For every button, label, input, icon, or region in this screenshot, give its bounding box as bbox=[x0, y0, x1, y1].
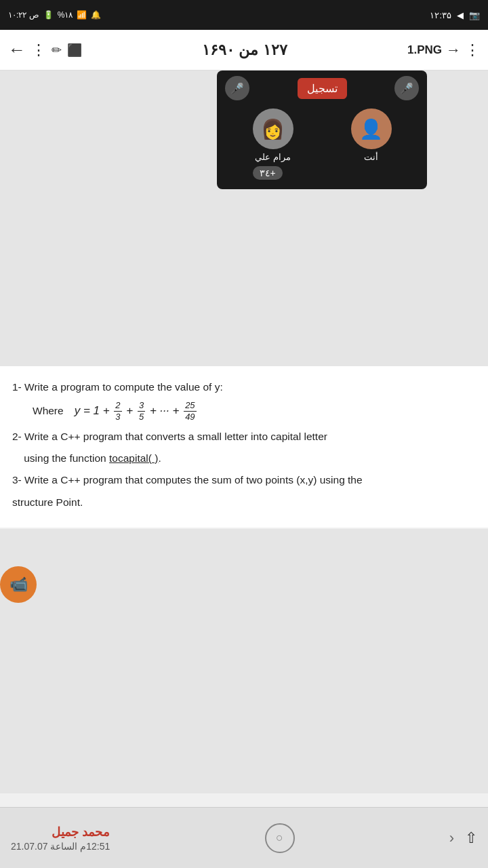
wifi-icon: 🔔 bbox=[91, 10, 101, 20]
bottom-bar: محمد جميل 12:51م الساعة 21.07.07 ○ › ⇧ bbox=[0, 807, 488, 868]
fraction-3: 25 49 bbox=[184, 400, 196, 422]
gray-bottom-area bbox=[0, 529, 488, 793]
forward-nav-button[interactable]: → bbox=[446, 41, 461, 59]
forward-button[interactable]: › bbox=[449, 829, 454, 847]
fraction-1-num: 2 bbox=[114, 400, 121, 412]
status-bar: ص ۱۰:۲۲ 🔋 %۱۸ 📶 🔔 ۱۲:۳۵ ◀ 📷 bbox=[0, 0, 488, 30]
crop-icon: ⬛ bbox=[67, 43, 82, 58]
bottom-left-info: محمد جميل 12:51م الساعة 21.07.07 bbox=[11, 825, 110, 852]
file-label: 1.PNG bbox=[407, 43, 442, 57]
problem-list: 1- Write a program to compute the value … bbox=[12, 378, 476, 511]
fraction-3-num: 25 bbox=[184, 400, 196, 412]
status-time-right: ۱۲:۳۵ bbox=[430, 10, 451, 20]
camera-status-icon: 📷 bbox=[469, 10, 480, 20]
nav-bar: ← ⋮ ✏ ⬛ ۱۲۷ من ۱۶۹۰ 1.PNG → ⋮ bbox=[0, 30, 488, 71]
menu-button[interactable]: ⋮ bbox=[31, 41, 46, 59]
formula-line: Where y = 1 + 2 3 + 3 5 + ··· + 25 49 bbox=[33, 400, 476, 422]
fraction-2-num: 3 bbox=[138, 400, 145, 412]
home-circle-button[interactable]: ○ bbox=[265, 823, 295, 853]
fraction-2: 3 5 bbox=[138, 400, 145, 422]
edit-icon[interactable]: ✏ bbox=[52, 43, 62, 58]
fraction-3-den: 49 bbox=[184, 412, 196, 422]
participants-count-badge: ٣٤+ bbox=[253, 166, 283, 180]
status-left: ص ۱۰:۲۲ 🔋 %۱۸ 📶 🔔 bbox=[8, 10, 101, 20]
signal-icon: 📶 bbox=[77, 10, 87, 20]
status-right: ۱۲:۳۵ ◀ 📷 bbox=[430, 10, 480, 20]
nav-arrow-icon: ◀ bbox=[457, 10, 464, 20]
where-label: Where bbox=[33, 402, 64, 420]
problem-3-line-1: 3- Write a C++ program that computes the… bbox=[12, 471, 476, 489]
fraction-2-den: 5 bbox=[138, 412, 145, 422]
page-counter: ۱۲۷ من ۱۶۹۰ bbox=[202, 41, 287, 59]
problem-2-line-2: using the function tocapital( ). bbox=[12, 450, 476, 467]
record-button[interactable]: تسجيل bbox=[298, 78, 347, 99]
participant-you: 👤 أنت bbox=[351, 108, 392, 180]
home-circle-icon: ○ bbox=[276, 831, 283, 845]
participant-name-maram: مرام علي bbox=[255, 152, 291, 162]
back-button[interactable]: ← bbox=[8, 39, 26, 60]
fraction-1: 2 3 bbox=[114, 400, 121, 422]
nav-left-group: ← ⋮ ✏ ⬛ bbox=[8, 39, 82, 60]
problem-2-prefix: using the function bbox=[12, 452, 109, 464]
battery-percent: %۱۸ bbox=[58, 10, 73, 20]
participant-avatar-maram: 👩 bbox=[253, 108, 293, 149]
participant-name-you: أنت bbox=[364, 152, 378, 162]
mute-mic-button[interactable]: 🎤 bbox=[225, 76, 249, 100]
problem-2-line-1: 2- Write a C++ program that converts a s… bbox=[12, 428, 476, 446]
share-button[interactable]: ⇧ bbox=[465, 829, 477, 847]
fraction-1-den: 3 bbox=[114, 412, 121, 422]
participant-avatar-you: 👤 bbox=[351, 108, 392, 149]
participants-row: 👩 مرام علي ٣٤+ 👤 أنت bbox=[217, 106, 427, 182]
camera-float-icon: 📹 bbox=[9, 576, 28, 593]
video-call-panel: 🎤 تسجيل 🎤 👩 مرام علي ٣٤+ 👤 أنت bbox=[217, 71, 427, 189]
problem-1-title: 1- Write a program to compute the value … bbox=[12, 378, 476, 396]
document-content: 1- Write a program to compute the value … bbox=[0, 366, 488, 528]
more-options-button[interactable]: ⋮ bbox=[465, 41, 480, 59]
problem-3-line-2: structure Point. bbox=[12, 494, 476, 511]
bottom-right-actions: › ⇧ bbox=[449, 829, 477, 847]
status-time-left: ص ۱۰:۲۲ bbox=[8, 10, 39, 20]
participant-maram: 👩 مرام علي ٣٤+ bbox=[253, 108, 293, 180]
video-top-bar: 🎤 تسجيل 🎤 bbox=[217, 71, 427, 106]
send-datetime: 12:51م الساعة 21.07.07 bbox=[11, 841, 110, 852]
nav-right-group: 1.PNG → ⋮ bbox=[407, 41, 480, 59]
formula-expression: y = 1 + 2 3 + 3 5 + ··· + 25 49 bbox=[75, 400, 198, 422]
tocapital-function-label: tocapital( ) bbox=[109, 452, 158, 464]
mute-mic-button-2[interactable]: 🎤 bbox=[394, 76, 419, 100]
sender-name: محمد جميل bbox=[11, 825, 110, 840]
battery-icon: 🔋 bbox=[43, 10, 54, 20]
camera-float-button[interactable]: 📹 bbox=[0, 566, 37, 603]
